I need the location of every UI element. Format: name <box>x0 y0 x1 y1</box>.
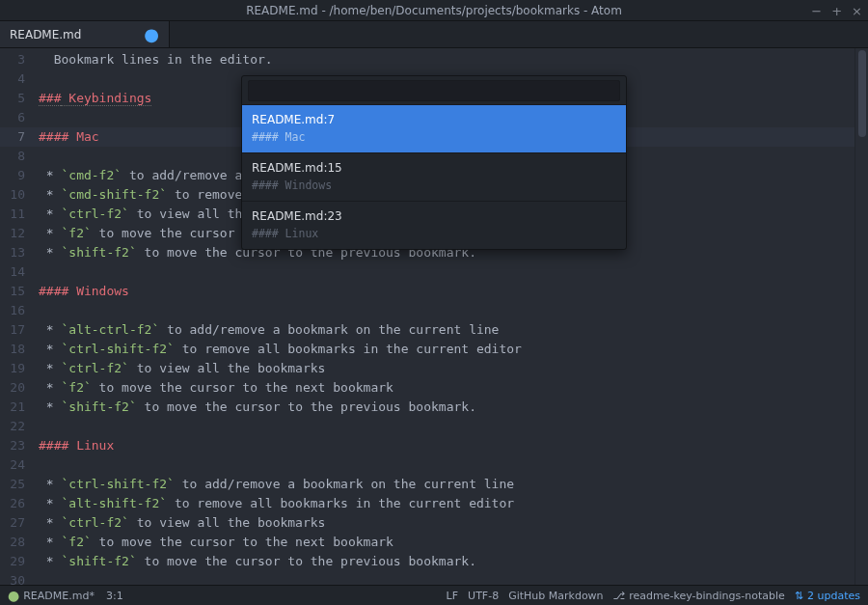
line-number: 9 <box>0 166 33 185</box>
line-number: 10 <box>0 185 33 205</box>
tab-title: README.md <box>10 28 81 41</box>
palette-item-secondary: #### Windows <box>252 179 616 192</box>
status-bar: ● README.md* 3:1 LF UTF-8 GitHub Markdow… <box>0 585 868 605</box>
code-text: Bookmark lines in the editor. <box>39 52 273 67</box>
line-number: 21 <box>0 398 33 417</box>
status-right: LF UTF-8 GitHub Markdown ⎇ readme-key-bi… <box>447 590 860 602</box>
line-number: 27 <box>0 513 33 533</box>
line-number: 26 <box>0 494 33 513</box>
line-number: 12 <box>0 224 33 243</box>
line-number: 5 <box>0 89 33 108</box>
window-minimize-button[interactable]: − <box>811 4 822 18</box>
status-cursor[interactable]: 3:1 <box>106 590 123 602</box>
status-encoding[interactable]: UTF-8 <box>468 590 499 602</box>
heading-hash: #### <box>39 129 68 144</box>
updates-icon: ⇅ <box>795 590 803 602</box>
line-number: 23 <box>0 436 33 455</box>
heading-text: Mac <box>68 129 98 144</box>
line-number: 19 <box>0 359 33 378</box>
line-number: 4 <box>0 69 33 89</box>
line-number: 7 <box>0 127 33 147</box>
scrollbar-vertical[interactable] <box>856 48 868 585</box>
status-git-branch[interactable]: ⎇ readme-key-bindings-notable <box>613 590 785 602</box>
line-number: 15 <box>0 282 33 301</box>
status-file-label: README.md* <box>23 590 95 602</box>
line-number: 18 <box>0 340 33 359</box>
status-file[interactable]: ● README.md* <box>8 590 95 602</box>
title-bar: README.md - /home/ben/Documents/projects… <box>0 0 868 21</box>
line-number: 29 <box>0 552 33 571</box>
window-close-button[interactable]: × <box>852 4 862 18</box>
gutter: 3456789101112131415161718192021222324252… <box>0 48 33 585</box>
palette-item-primary: README.md:23 <box>252 209 616 223</box>
status-line-ending[interactable]: LF <box>447 590 458 602</box>
window-maximize-button[interactable]: + <box>831 4 842 18</box>
heading-hash: #### <box>39 284 68 298</box>
git-branch-label: readme-key-bindings-notable <box>629 590 785 602</box>
line-number: 3 <box>0 50 33 69</box>
scrollbar-thumb[interactable] <box>858 50 866 137</box>
line-number: 14 <box>0 262 33 282</box>
line-number: 20 <box>0 378 33 398</box>
heading-text: Windows <box>68 284 129 298</box>
palette-item-secondary: #### Linux <box>252 227 616 240</box>
line-number: 6 <box>0 108 33 127</box>
line-number: 16 <box>0 301 33 320</box>
tab-bar: README.md ● <box>0 21 868 48</box>
palette-search-input[interactable] <box>248 80 620 101</box>
line-number: 17 <box>0 320 33 340</box>
git-branch-icon: ⎇ <box>613 590 626 602</box>
line-number: 8 <box>0 147 33 166</box>
updates-label: 2 updates <box>807 590 860 602</box>
status-grammar[interactable]: GitHub Markdown <box>508 590 603 602</box>
palette-item-primary: README.md:15 <box>252 161 616 175</box>
window-controls: − + × <box>811 0 862 21</box>
editor[interactable]: 3456789101112131415161718192021222324252… <box>0 48 868 585</box>
line-number: 24 <box>0 455 33 475</box>
palette-item-primary: README.md:7 <box>252 113 616 126</box>
heading-text: Linux <box>68 438 114 453</box>
palette-list: README.md:7 #### Mac README.md:15 #### W… <box>242 104 626 249</box>
line-number: 22 <box>0 417 33 436</box>
heading-hash: ### <box>39 91 61 106</box>
line-number: 13 <box>0 243 33 262</box>
heading-text: Keybindings <box>61 91 151 106</box>
status-left: ● README.md* 3:1 <box>8 590 123 602</box>
palette-item-secondary: #### Mac <box>252 130 616 144</box>
heading-hash: #### <box>39 438 68 453</box>
minimap[interactable] <box>854 48 868 585</box>
palette-item[interactable]: README.md:15 #### Windows <box>242 152 626 201</box>
palette-item[interactable]: README.md:7 #### Mac <box>242 104 626 152</box>
bookmarks-palette: README.md:7 #### Mac README.md:15 #### W… <box>241 75 627 250</box>
line-number: 28 <box>0 533 33 552</box>
status-updates[interactable]: ⇅ 2 updates <box>795 590 860 602</box>
line-number: 11 <box>0 205 33 224</box>
line-number: 25 <box>0 475 33 494</box>
tab-readme[interactable]: README.md ● <box>0 21 170 47</box>
palette-item[interactable]: README.md:23 #### Linux <box>242 201 626 249</box>
window-title: README.md - /home/ben/Documents/projects… <box>246 4 622 17</box>
